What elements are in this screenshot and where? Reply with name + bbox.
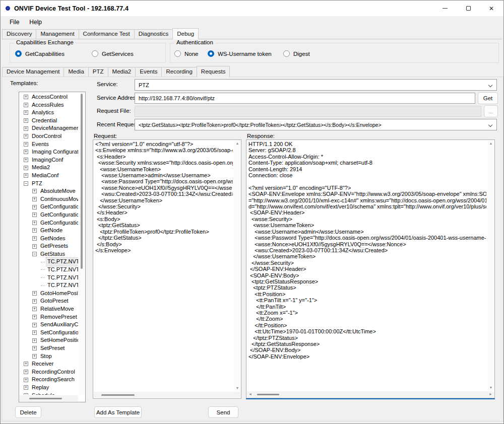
tree-item-recordingcontrol[interactable]: +RecordingControl — [20, 368, 78, 376]
collapse-icon[interactable]: − — [24, 181, 28, 186]
expand-icon[interactable]: + — [32, 205, 37, 209]
tree-item-recordingsearch[interactable]: +RecordingSearch — [20, 376, 78, 384]
tree-item-replay[interactable]: +Replay — [20, 384, 78, 392]
scroll-up-icon[interactable]: ▲ — [234, 141, 240, 146]
tree-item-relativemove[interactable]: +RelativeMove — [20, 305, 78, 313]
tree-item-sendauxiliarycomma[interactable]: +SendAuxiliaryComma — [20, 321, 78, 329]
tree-item-removepreset[interactable]: +RemovePreset — [20, 313, 78, 321]
tab-ptz[interactable]: PTZ — [88, 67, 108, 77]
browse-button[interactable]: ... — [484, 105, 498, 117]
request-file-input[interactable] — [135, 106, 481, 117]
tree-item-tc-ptz-nvt-10[interactable]: TC.PTZ.NVT.10 — [20, 274, 78, 282]
menu-help[interactable]: Help — [24, 17, 47, 27]
tree-item-analytics[interactable]: +Analytics — [20, 109, 78, 117]
tree-item-continuousmove[interactable]: +ContinuousMove — [20, 195, 78, 203]
tree-item-getpresets[interactable]: +GetPresets — [20, 242, 78, 250]
radio-circle-icon[interactable] — [174, 50, 181, 57]
tree-item-getconfigurationopt[interactable]: +GetConfigurationOpt — [20, 211, 78, 219]
scroll-left-icon[interactable]: ◄ — [248, 391, 252, 397]
tree-item-gotopreset[interactable]: +GotoPreset — [20, 297, 78, 305]
tree-item-getconfiguration[interactable]: +GetConfiguration — [20, 203, 78, 211]
request-textarea[interactable]: <?xml version="1.0" encoding="utf-8"?> <… — [93, 139, 241, 399]
tab-conformance-test[interactable]: Conformance Test — [79, 29, 135, 39]
scroll-thumb[interactable] — [81, 94, 83, 269]
menu-file[interactable]: File — [5, 17, 24, 27]
scroll-right-icon[interactable]: ► — [489, 391, 492, 397]
tree-item-setconfiguration[interactable]: +SetConfiguration — [20, 329, 78, 337]
tree-item-credential[interactable]: +Credential — [20, 117, 78, 125]
expand-icon[interactable]: + — [32, 299, 37, 304]
tree-item-getconfigurations[interactable]: +GetConfigurations — [20, 219, 78, 227]
radio-circle-icon[interactable] — [208, 50, 214, 57]
radio-circle-icon[interactable] — [15, 50, 22, 57]
radio-getcapabilities[interactable]: GetCapabilities — [15, 50, 65, 57]
expand-icon[interactable]: + — [32, 315, 37, 319]
tree-item-ptz[interactable]: −PTZ — [20, 180, 78, 188]
expand-icon[interactable]: + — [24, 166, 28, 170]
expand-icon[interactable]: + — [24, 126, 28, 131]
tree-item-tc-ptz-nvt-10[interactable]: TC.PTZ.NVT.10 — [20, 258, 78, 266]
tree-item-media2[interactable]: +Media2 — [20, 164, 78, 172]
expand-icon[interactable]: + — [32, 354, 37, 359]
radio-digest[interactable]: Digest — [283, 50, 310, 57]
minimize-button[interactable] — [433, 1, 457, 16]
radio-circle-icon[interactable] — [92, 50, 98, 57]
expand-icon[interactable]: + — [24, 110, 28, 115]
expand-icon[interactable]: + — [24, 385, 28, 390]
tab-discovery[interactable]: Discovery — [2, 29, 36, 39]
expand-icon[interactable]: + — [24, 142, 28, 147]
expand-icon[interactable]: + — [24, 158, 28, 162]
response-horizontal-scrollbar[interactable]: ◄ ► — [247, 391, 494, 397]
tab-recording[interactable]: Recording — [161, 67, 197, 77]
close-button[interactable]: ✕ — [480, 1, 503, 16]
maximize-button[interactable] — [457, 1, 480, 16]
radio-getservices[interactable]: GetServices — [92, 50, 134, 57]
tab-device-management[interactable]: Device Management — [2, 67, 64, 77]
expand-icon[interactable]: + — [24, 95, 28, 99]
expand-icon[interactable]: + — [32, 213, 37, 217]
tab-requests[interactable]: Requests — [197, 66, 230, 77]
tree-vertical-scrollbar[interactable] — [79, 93, 85, 395]
radio-ws-username-token[interactable]: WS-Username token — [208, 50, 272, 57]
expand-icon[interactable]: + — [32, 291, 37, 296]
radio-circle-icon[interactable] — [283, 50, 290, 57]
tree-item-stop[interactable]: +Stop — [20, 352, 78, 361]
tree-item-mediaconf[interactable]: +MediaConf — [20, 172, 78, 180]
expand-icon[interactable]: + — [24, 118, 28, 123]
expand-icon[interactable]: + — [24, 134, 28, 138]
request-horizontal-scrollbar[interactable] — [94, 392, 240, 398]
scroll-down-icon[interactable]: ▼ — [488, 385, 494, 390]
expand-icon[interactable]: + — [24, 362, 28, 366]
tree-item-accesscontrol[interactable]: +AccessControl — [20, 93, 78, 101]
tab-management[interactable]: Management — [36, 29, 79, 39]
expand-icon[interactable]: + — [24, 370, 28, 374]
tree-item-receiver[interactable]: +Receiver — [20, 360, 78, 368]
tree-item-devicemanagement[interactable]: +DeviceManagement — [20, 124, 78, 132]
expand-icon[interactable]: + — [24, 150, 28, 154]
response-vertical-scrollbar[interactable]: ▲ ▼ — [488, 140, 494, 391]
expand-icon[interactable]: + — [32, 323, 37, 327]
scroll-thumb[interactable] — [29, 398, 62, 399]
tree-item-tc-ptz-nvt-10[interactable]: TC.PTZ.NVT.10 — [20, 281, 78, 290]
tree-horizontal-scrollbar[interactable] — [20, 395, 78, 401]
tab-events[interactable]: Events — [135, 67, 162, 77]
tree-item-getnodes[interactable]: +GetNodes — [20, 235, 78, 243]
tree-item-schedule[interactable]: +Schedule — [20, 392, 78, 395]
expand-icon[interactable]: + — [24, 173, 28, 178]
expand-icon[interactable]: + — [32, 330, 37, 335]
request-vertical-scrollbar[interactable]: ▲ ▼ — [234, 140, 240, 391]
radio-none[interactable]: None — [174, 50, 199, 57]
tab-media[interactable]: Media — [64, 67, 88, 77]
expand-icon[interactable]: + — [32, 236, 37, 241]
response-textarea[interactable]: HTTP/1.1 200 OK Server: gSOAP/2.8 Access… — [246, 139, 495, 398]
expand-icon[interactable]: + — [24, 378, 28, 382]
delete-button[interactable]: Delete — [15, 406, 41, 418]
expand-icon[interactable]: + — [32, 307, 37, 311]
tree-item-absolutemove[interactable]: +AbsoluteMove — [20, 187, 78, 195]
tree-item-events[interactable]: +Events — [20, 140, 78, 149]
expand-icon[interactable]: + — [32, 189, 37, 193]
expand-icon[interactable]: + — [32, 346, 37, 350]
expand-icon[interactable]: + — [32, 197, 37, 201]
tree-item-getnode[interactable]: +GetNode — [20, 227, 78, 235]
expand-icon[interactable]: + — [32, 338, 37, 343]
